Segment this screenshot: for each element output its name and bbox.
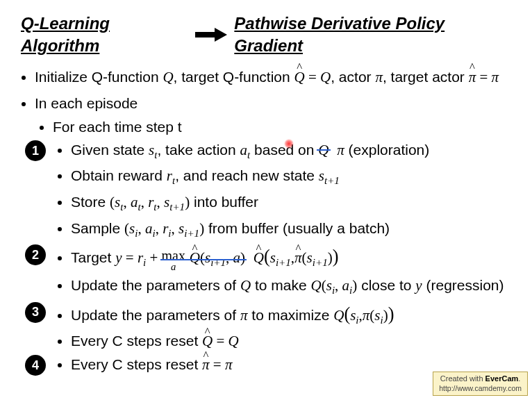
step-store: Store (st, at, rt, st+1) into buffer [71,192,511,215]
badge-2: 2 [25,244,46,265]
math-at: at [240,142,251,158]
text: , target Q-function [174,69,294,85]
step-update-Q: Update the parameters of Q to make Q(si,… [71,276,511,298]
watermark-box: Created with EverCam. http://www.camdemy… [433,372,528,396]
math-Q2: Q [320,69,331,85]
strike-Q: Q [318,140,329,160]
max-operator: maxa [162,250,185,272]
math-Qhat: Q [294,67,305,87]
text: , and reach new state [175,167,319,183]
text: close to [357,277,415,293]
slide: Q-Learning Algorithm Pathwise Derivative… [0,0,532,389]
step-2: 2 Target y = ri + maxa Q(si+1, a) Q(si+1… [71,244,511,272]
badge-4: 4 [25,355,46,376]
arrow-right-icon [195,28,227,42]
step-reward: Obtain reward rt, and reach new state st… [71,166,511,188]
text: Given state [71,142,149,158]
timestep-label: For each time step t [53,119,182,135]
math-pi-new: π [337,142,344,158]
watermark-line2: http://www.camdemy.com [439,384,522,393]
text: Update the parameters of [71,307,240,323]
step-list: 1 Given state st, take action at based o… [71,140,511,375]
strike-max-term: maxa Q(si+1, a) [162,248,245,272]
init-item: Initialize Q-function Q, target Q-functi… [35,67,511,87]
sub-list-1: For each time step t 1 Given state st, t… [53,117,511,374]
text: Target [71,249,115,265]
text: Store [71,194,110,210]
title-row: Q-Learning Algorithm Pathwise Derivative… [21,12,511,58]
math-stp1: st+1 [319,167,340,184]
text: Every C steps reset [71,356,202,372]
eq: = [305,69,320,85]
step-reset-Q: Every C steps reset Q = Q [71,331,511,351]
text: (regression) [422,277,504,293]
math-pi: π [375,69,383,85]
episode-item: In each episode For each time step t 1 G… [35,94,511,375]
step-1: 1 Given state st, take action at based o… [71,140,511,162]
text: Update the parameters of [71,277,240,293]
math-Q: Q [163,69,173,85]
math-st: st [149,142,157,158]
text: , take action [157,142,240,158]
text: (exploration) [344,142,430,158]
eq2: = [476,69,491,85]
text: from buffer (usually a batch) [204,220,390,236]
text: , actor [331,69,375,85]
math-rt: rt [167,167,175,184]
text: based on [250,142,318,158]
math-pi2: π [492,69,499,85]
timestep-item: For each time step t 1 Given state st, t… [53,117,511,374]
math-pihat: π [469,67,476,87]
text: , target actor [383,69,469,85]
watermark-line1: Created with EverCam. [439,374,522,384]
title-left: Q-Learning Algorithm [21,12,188,58]
svg-marker-0 [195,28,227,42]
text: into buffer [190,194,258,210]
badge-1: 1 [25,140,46,161]
text: Every C steps reset [71,333,202,349]
badge-3: 3 [25,302,46,323]
bullet-list: Initialize Q-function Q, target Q-functi… [35,67,511,375]
text: Obtain reward [71,167,167,183]
text: to make [251,277,310,293]
step-sample: Sample (si, ai, ri, si+1) from buffer (u… [71,219,511,241]
episode-label: In each episode [35,95,138,111]
title-right: Pathwise Derivative Policy Gradient [234,12,511,58]
text: Sample [71,220,124,236]
text: Initialize Q-function [35,69,163,85]
text: to maximize [248,307,334,323]
step-3: 3 Update the parameters of π to maximize… [71,302,511,328]
